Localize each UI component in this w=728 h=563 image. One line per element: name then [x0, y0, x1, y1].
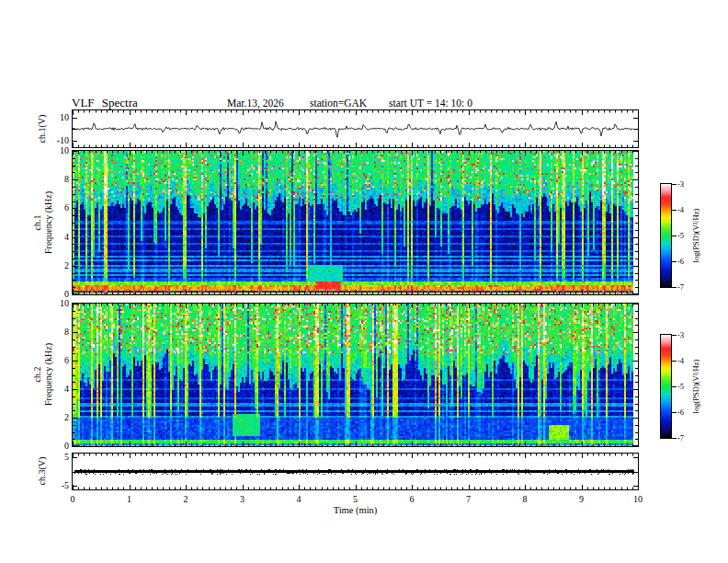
colorbar-ch1 — [660, 183, 672, 288]
y-tick-label: 4 — [35, 384, 69, 395]
colorbar-tick-label: -3 — [677, 330, 684, 339]
colorbar-tick — [672, 210, 677, 211]
x-tick-label: 9 — [568, 494, 596, 505]
colorbar-tick — [672, 287, 677, 288]
start-ut-label: start UT = 14: 10: 0 — [389, 98, 472, 109]
colorbar-ch1-canvas — [661, 184, 671, 287]
colorbar-tick-label: -4 — [677, 356, 684, 365]
y-tick-label: 5 — [35, 452, 69, 463]
x-tick-label: 1 — [116, 494, 143, 505]
colorbar-tick — [672, 412, 677, 413]
ch2-spec-axis-label: ch.2 Frequency (kHz) — [32, 343, 54, 406]
ch2-spectrogram-panel — [72, 303, 639, 447]
colorbar-tick — [672, 236, 677, 236]
frequency-axis-label: Frequency (kHz) — [43, 191, 54, 254]
y-tick-label: 10 — [35, 298, 69, 309]
colorbar-ch2 — [660, 334, 672, 439]
colorbar-ch1-unit-label: log(PSD)(V²/Hz) — [691, 209, 700, 263]
ch2-label: ch.2 — [32, 343, 43, 406]
ch3-waveform-panel — [72, 453, 639, 490]
x-tick-label: 4 — [285, 494, 313, 505]
ch1-spectrogram-panel — [72, 150, 639, 295]
ch1-waveform-panel — [72, 109, 639, 148]
ch1-spectrogram-canvas — [73, 151, 638, 294]
frequency-axis-label: Frequency (kHz) — [43, 343, 54, 406]
colorbar-tick-label: -7 — [677, 433, 684, 442]
y-tick-label: 2 — [35, 260, 69, 271]
y-tick-label: -10 — [35, 135, 69, 146]
colorbar-tick-label: -5 — [677, 382, 684, 391]
colorbar-tick-label: -4 — [677, 205, 684, 214]
y-tick-label: 6 — [35, 202, 69, 213]
x-tick-label: 0 — [59, 494, 86, 505]
y-tick-label: 8 — [35, 327, 69, 338]
y-tick-label: -5 — [35, 480, 69, 491]
y-tick-label: 0 — [35, 441, 69, 452]
colorbar-ch2-unit-label: log(PSD)(V²/Hz) — [691, 360, 700, 414]
colorbar-tick — [672, 335, 677, 336]
date-label: Mar.13, 2026 — [227, 98, 284, 109]
colorbar-ch2-canvas — [661, 335, 671, 438]
y-tick-label: 4 — [35, 232, 69, 243]
ch2-spectrogram-canvas — [73, 304, 638, 446]
x-tick-label: 10 — [624, 494, 652, 505]
ch1-spec-axis-label: ch.1 Frequency (kHz) — [32, 191, 54, 254]
vlf-spectra-figure: VLF Spectra Mar.13, 2026 station=GAK sta… — [0, 0, 728, 563]
colorbar-tick — [672, 184, 677, 185]
colorbar-tick-label: -5 — [677, 231, 684, 240]
colorbar-tick-label: -3 — [677, 179, 684, 189]
x-tick-label: 7 — [455, 494, 483, 505]
x-tick-label: 2 — [172, 494, 199, 505]
colorbar-tick-label: -6 — [677, 257, 684, 266]
time-axis-label: Time (min) — [316, 505, 394, 515]
ch3-waveform-canvas — [73, 454, 638, 489]
colorbar-tick-label: -6 — [677, 408, 684, 417]
ch1-label: ch.1 — [32, 191, 43, 254]
y-tick-label: 2 — [35, 412, 69, 423]
y-tick-label: 10 — [35, 145, 69, 156]
y-tick-label: 10 — [35, 112, 69, 123]
x-tick-label: 8 — [511, 494, 539, 505]
y-tick-label: 8 — [35, 174, 69, 185]
page-title: VLF Spectra — [72, 96, 138, 110]
y-tick-label: 6 — [35, 355, 69, 366]
colorbar-tick — [672, 386, 677, 387]
x-tick-label: 6 — [398, 494, 426, 505]
colorbar-tick — [672, 261, 677, 262]
x-tick-label: 3 — [229, 494, 256, 505]
colorbar-tick — [672, 361, 677, 362]
x-tick-label: 5 — [342, 494, 370, 505]
colorbar-tick — [672, 438, 677, 439]
colorbar-tick-label: -7 — [677, 282, 684, 292]
station-label: station=GAK — [310, 98, 367, 109]
ch1-waveform-canvas — [73, 110, 638, 147]
